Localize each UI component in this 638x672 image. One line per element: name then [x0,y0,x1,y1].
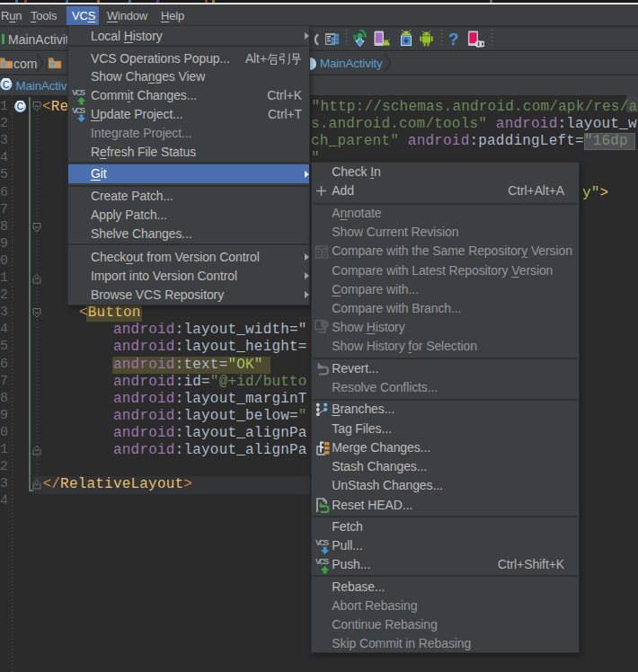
svg-text:?: ? [448,31,459,48]
svg-text:VCS: VCS [315,537,329,547]
svg-text:C: C [3,79,10,90]
svg-text:VCS: VCS [72,87,85,97]
svg-text:C: C [17,102,23,111]
svg-text:VCS: VCS [72,105,85,115]
svg-text:VCS: VCS [315,556,329,566]
